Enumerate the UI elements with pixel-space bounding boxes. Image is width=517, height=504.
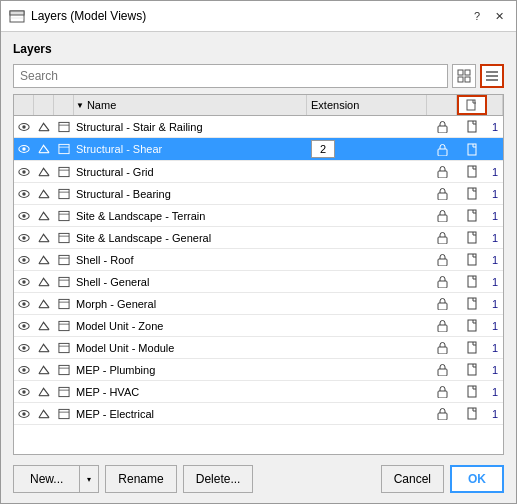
lock-icon[interactable] [34, 230, 54, 246]
table-row[interactable]: Shell - General1 [14, 271, 503, 293]
layer-file-icon[interactable] [457, 118, 487, 135]
header-name[interactable]: ▼ Name [74, 95, 307, 115]
title-bar-left: Layers (Model Views) [9, 8, 146, 24]
table-row[interactable]: MEP - Plumbing1 [14, 359, 503, 381]
layer-file-icon[interactable] [457, 383, 487, 400]
visibility-icon[interactable] [14, 142, 34, 156]
visibility-icon[interactable] [14, 231, 34, 245]
list-view-button[interactable] [480, 64, 504, 88]
table-row[interactable]: Model Unit - Zone1 [14, 315, 503, 337]
lock-icon[interactable] [34, 208, 54, 224]
layer-lock2-icon[interactable] [427, 185, 457, 202]
layer-lock2-icon[interactable] [427, 405, 457, 422]
help-button[interactable]: ? [468, 7, 486, 25]
search-input[interactable] [13, 64, 448, 88]
lock-icon[interactable] [34, 340, 54, 356]
layer-lock2-icon[interactable] [427, 229, 457, 246]
lock-icon[interactable] [34, 252, 54, 268]
layer-file-icon[interactable] [457, 339, 487, 356]
layer-file-icon[interactable] [457, 185, 487, 202]
lock-icon[interactable] [34, 186, 54, 202]
close-button[interactable]: ✕ [490, 7, 508, 25]
grid-view-button[interactable] [452, 64, 476, 88]
layer-type-icon [54, 141, 74, 157]
delete-button[interactable]: Delete... [183, 465, 254, 493]
svg-rect-4 [465, 70, 470, 75]
layer-lock2-icon[interactable] [427, 339, 457, 356]
new-button[interactable]: New... [13, 465, 79, 493]
visibility-icon[interactable] [14, 253, 34, 267]
lock-icon[interactable] [34, 406, 54, 422]
ok-button[interactable]: OK [450, 465, 504, 493]
visibility-icon[interactable] [14, 165, 34, 179]
visibility-icon[interactable] [14, 341, 34, 355]
layer-lock2-icon[interactable] [427, 163, 457, 180]
visibility-icon[interactable] [14, 209, 34, 223]
layer-file-icon[interactable] [457, 229, 487, 246]
visibility-icon[interactable] [14, 385, 34, 399]
table-row[interactable]: Structural - Stair & Railing1 [14, 116, 503, 138]
table-row[interactable]: Site & Landscape - General1 [14, 227, 503, 249]
svg-rect-16 [438, 126, 447, 133]
layer-lock2-icon[interactable] [427, 118, 457, 135]
cancel-button[interactable]: Cancel [381, 465, 444, 493]
table-row[interactable]: Model Unit - Module1 [14, 337, 503, 359]
layer-lock2-icon[interactable] [427, 383, 457, 400]
layer-lock2-icon[interactable] [427, 295, 457, 312]
svg-rect-38 [468, 188, 476, 199]
visibility-icon[interactable] [14, 120, 34, 134]
layer-lock2-icon[interactable] [427, 361, 457, 378]
layer-extension [307, 170, 427, 174]
layer-file-icon[interactable] [457, 295, 487, 312]
visibility-icon[interactable] [14, 319, 34, 333]
visibility-icon[interactable] [14, 275, 34, 289]
layer-lock2-icon[interactable] [427, 207, 457, 224]
layers-section-title: Layers [13, 42, 504, 56]
layer-extension [307, 258, 427, 262]
lock-icon[interactable] [34, 164, 54, 180]
visibility-icon[interactable] [14, 407, 34, 421]
extension-input[interactable] [311, 140, 335, 158]
rename-button[interactable]: Rename [105, 465, 176, 493]
table-row[interactable]: Morph - General1 [14, 293, 503, 315]
layer-lock2-icon[interactable] [427, 317, 457, 334]
new-dropdown-button[interactable]: ▾ [79, 465, 99, 493]
lock-icon[interactable] [34, 296, 54, 312]
table-row[interactable]: Shell - Roof1 [14, 249, 503, 271]
layer-file-icon[interactable] [457, 405, 487, 422]
table-row[interactable]: Site & Landscape - Terrain1 [14, 205, 503, 227]
layer-lock2-icon[interactable] [427, 251, 457, 268]
layer-lock2-icon[interactable] [427, 273, 457, 290]
layer-file-icon[interactable] [457, 317, 487, 334]
layer-file-icon[interactable] [457, 141, 487, 158]
lock-icon[interactable] [34, 318, 54, 334]
svg-rect-58 [438, 259, 447, 266]
layer-file-icon[interactable] [457, 207, 487, 224]
table-body[interactable]: Structural - Stair & Railing1Structural … [13, 115, 504, 455]
table-row[interactable]: MEP - HVAC1 [14, 381, 503, 403]
lock-icon[interactable] [34, 274, 54, 290]
layer-file-icon[interactable] [457, 251, 487, 268]
new-button-group: New... ▾ [13, 465, 99, 493]
lock-icon[interactable] [34, 119, 54, 135]
svg-rect-52 [468, 232, 476, 243]
layer-count: 1 [487, 296, 503, 312]
layer-file-icon[interactable] [457, 273, 487, 290]
svg-rect-30 [438, 171, 447, 178]
lock-icon[interactable] [34, 141, 54, 157]
table-row[interactable]: Structural - Grid1 [14, 161, 503, 183]
layer-type-icon [54, 274, 74, 290]
layer-file-icon[interactable] [457, 361, 487, 378]
visibility-icon[interactable] [14, 297, 34, 311]
svg-rect-94 [468, 364, 476, 375]
table-row[interactable]: Structural - Bearing1 [14, 183, 503, 205]
visibility-icon[interactable] [14, 187, 34, 201]
lock-icon[interactable] [34, 362, 54, 378]
visibility-icon[interactable] [14, 363, 34, 377]
table-row[interactable]: MEP - Electrical1 [14, 403, 503, 425]
layer-file-icon[interactable] [457, 163, 487, 180]
table-row[interactable]: Structural - Shear [14, 138, 503, 161]
layer-name: Shell - Roof [74, 252, 307, 268]
lock-icon[interactable] [34, 384, 54, 400]
layer-lock2-icon[interactable] [427, 141, 457, 158]
